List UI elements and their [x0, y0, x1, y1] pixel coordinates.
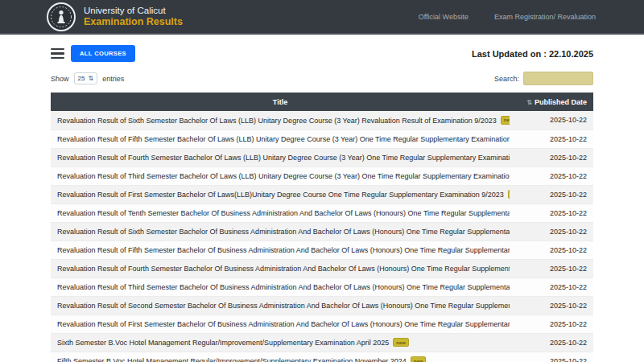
table-row: Fifth Semester B.Voc Hotel Management Re…	[51, 352, 593, 362]
published-date: 2025-10-22	[510, 352, 593, 362]
table-row: Revaluation Result of Second Semester Ba…	[51, 296, 593, 315]
entries-selected-value: 25	[78, 75, 85, 82]
result-title-link[interactable]: Sixth Semester B.Voc Hotel Management Re…	[51, 333, 510, 352]
published-date: 2025-10-22	[510, 185, 593, 204]
table-row: Revaluation Result of Sixth Semester Bac…	[51, 222, 593, 241]
published-date: 2025-10-22	[510, 241, 593, 259]
toolbar: ALL COURSES Last Updated on : 22.10.2025	[51, 45, 593, 62]
published-date: 2025-10-22	[510, 222, 593, 241]
results-table: Title ⇅Published Date Revaluation Result…	[51, 93, 593, 362]
published-date: 2025-10-22	[510, 204, 593, 222]
table-row: Revaluation Result of Sixth Semester Bac…	[51, 111, 593, 130]
table-row: Revaluation Result of Fourth Semester Ba…	[51, 259, 593, 278]
table-row: Revaluation Result of Third Semester Bac…	[51, 167, 593, 185]
table-row: Revaluation Result of Third Semester Bac…	[51, 278, 593, 296]
result-title-link[interactable]: Revaluation Result of Second Semester Ba…	[51, 296, 510, 315]
university-seal-logo-icon	[47, 2, 76, 31]
search-label: Search:	[494, 75, 519, 83]
new-badge: new	[501, 116, 510, 125]
table-row: Revaluation Result of First Semester Bac…	[51, 315, 593, 333]
top-navbar: University of Calicut Examination Result…	[0, 0, 644, 35]
column-header-title[interactable]: Title	[51, 93, 510, 111]
result-title-link[interactable]: Fifth Semester B.Voc Hotel Management Re…	[51, 352, 510, 362]
published-date: 2025-10-22	[510, 296, 593, 315]
result-title-link[interactable]: Revaluation Result of Fourth Semester Ba…	[51, 259, 510, 278]
page-title: Examination Results	[84, 16, 183, 29]
published-date: 2025-10-22	[510, 111, 593, 130]
brand: University of Calicut Examination Result…	[47, 2, 183, 31]
result-title-link[interactable]: Revaluation Result of Third Semester Bac…	[51, 167, 510, 185]
table-row: Revaluation Result of Fifth Semester Bac…	[51, 241, 593, 259]
new-badge: new	[411, 356, 427, 362]
new-badge: new	[508, 190, 510, 199]
last-updated-label: Last Updated on : 22.10.2025	[472, 49, 593, 59]
results-table-body: Revaluation Result of Sixth Semester Bac…	[51, 111, 593, 362]
nav-links: Official Website Exam Registration/ Reva…	[419, 13, 596, 21]
all-courses-button[interactable]: ALL COURSES	[71, 45, 135, 62]
table-header-row: Title ⇅Published Date	[51, 93, 593, 111]
column-header-published-date[interactable]: ⇅Published Date	[510, 93, 593, 111]
table-row: Revaluation Result of Fourth Semester Ba…	[51, 148, 593, 167]
show-label: Show	[51, 75, 69, 83]
published-date: 2025-10-22	[510, 130, 593, 148]
hamburger-menu-icon[interactable]	[51, 48, 64, 60]
published-date: 2025-10-22	[510, 278, 593, 296]
published-date: 2025-10-22	[510, 259, 593, 278]
published-date: 2025-10-22	[510, 315, 593, 333]
search-input[interactable]	[523, 72, 593, 85]
table-controls: Show 25 ⇅ entries Search:	[51, 72, 593, 85]
entries-select[interactable]: 25 ⇅	[74, 72, 98, 84]
published-date: 2025-10-22	[510, 148, 593, 167]
new-badge: new	[393, 338, 409, 347]
published-date: 2025-10-22	[510, 167, 593, 185]
result-title-link[interactable]: Revaluation Result of Tenth Semester Bac…	[51, 204, 510, 222]
result-title-link[interactable]: Revaluation Result of Third Semester Bac…	[51, 278, 510, 296]
entries-label: entries	[102, 75, 124, 83]
table-row: Revaluation Result of Tenth Semester Bac…	[51, 204, 593, 222]
result-title-link[interactable]: Revaluation Result of Sixth Semester Bac…	[51, 111, 510, 130]
sort-icon: ⇅	[526, 99, 532, 106]
nav-link-exam-registration[interactable]: Exam Registration/ Revaluation	[494, 13, 596, 21]
result-title-link[interactable]: Revaluation Result of Fifth Semester Bac…	[51, 241, 510, 259]
nav-link-official-website[interactable]: Official Website	[419, 13, 469, 21]
university-name: University of Calicut	[84, 5, 183, 16]
table-row: Revaluation Result of Fifth Semester Bac…	[51, 130, 593, 148]
result-title-link[interactable]: Revaluation Result of First Semester Bac…	[51, 185, 510, 204]
result-title-link[interactable]: Revaluation Result of First Semester Bac…	[51, 315, 510, 333]
result-title-link[interactable]: Revaluation Result of Fourth Semester Ba…	[51, 148, 510, 167]
result-title-link[interactable]: Revaluation Result of Sixth Semester Bac…	[51, 222, 510, 241]
table-row: Sixth Semester B.Voc Hotel Management Re…	[51, 333, 593, 352]
published-date: 2025-10-22	[510, 333, 593, 352]
table-row: Revaluation Result of First Semester Bac…	[51, 185, 593, 204]
result-title-link[interactable]: Revaluation Result of Fifth Semester Bac…	[51, 130, 510, 148]
select-updown-icon: ⇅	[88, 75, 93, 82]
